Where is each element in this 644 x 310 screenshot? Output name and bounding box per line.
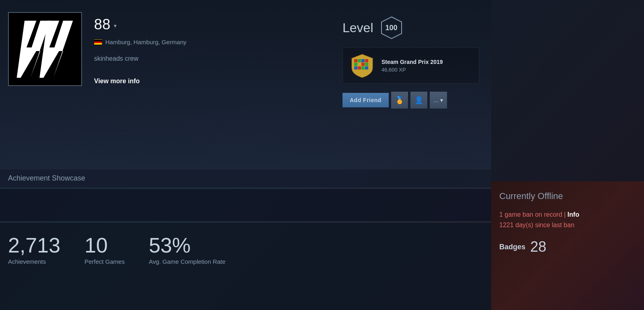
badge-info: Steam Grand Prix 2019 46,600 XP [381,59,443,73]
showcase-content-area [0,189,491,221]
profile-button[interactable]: 👤 [410,92,427,109]
badges-count: 28 [530,238,546,255]
svg-rect-14 [361,66,365,70]
view-more-link[interactable]: View more info [94,78,140,85]
person-icon: 👤 [414,96,423,105]
perfect-games-stat: 10 Perfect Games [84,235,125,265]
completion-rate-value: 53% [149,235,226,256]
ribbon-icon: 🏅 [395,96,404,105]
achievements-value: 2,713 [8,235,60,256]
level-row: Level 100 [343,16,479,39]
username-row: 88 ▾ [94,16,343,33]
flag-icon [94,39,102,45]
badge-name: Steam Grand Prix 2019 [381,59,443,65]
status-text: skinheads crew [94,55,343,62]
level-badge: 100 [380,16,403,39]
achievements-stat: 2,713 Achievements [8,235,60,265]
ribbon-button[interactable]: 🏅 [391,92,408,109]
achievements-label: Achievements [8,258,60,265]
completion-rate-label: Avg. Game Completion Rate [149,258,226,265]
offline-status-text: Currently Offline [499,191,636,201]
sidebar-bottom: Currently Offline 1 game ban on record |… [491,181,644,310]
add-friend-button[interactable]: Add Friend [343,93,389,107]
level-number: 100 [385,24,397,32]
location-text: Hamburg, Hamburg, Germany [105,39,187,45]
profile-top-section: 88 ▾ Hamburg, Hamburg, Germany skinheads… [0,0,491,169]
featured-badge-card: Steam Grand Prix 2019 46,600 XP [343,47,479,84]
completion-rate-stat: 53% Avg. Game Completion Rate [149,235,226,265]
svg-rect-11 [365,63,368,66]
badge-xp: 46,600 XP [381,67,443,73]
badges-row: Badges 28 [499,238,636,255]
username-dropdown-icon[interactable]: ▾ [114,23,117,29]
username: 88 [94,16,111,33]
location-row: Hamburg, Hamburg, Germany [94,39,343,45]
main-column: 88 ▾ Hamburg, Hamburg, Germany skinheads… [0,0,491,310]
level-label: Level [343,21,373,35]
more-dots-label: ... [434,97,439,103]
perfect-games-label: Perfect Games [84,258,125,265]
action-buttons-row: Add Friend 🏅 👤 ... ▾ [343,92,479,109]
more-options-button[interactable]: ... ▾ [430,92,447,109]
svg-rect-6 [361,59,365,62]
profile-right-section: Level 100 [343,12,479,109]
svg-rect-10 [361,63,365,66]
achievement-showcase-label: Achievement Showcase [8,174,85,182]
profile-wrapper: 88 ▾ Hamburg, Hamburg, Germany skinheads… [0,0,644,310]
days-since-ban-text: 1221 day(s) since last ban [499,222,636,229]
svg-rect-7 [365,59,368,62]
ban-text: 1 game ban on record [499,211,562,218]
svg-rect-9 [358,63,361,66]
achievement-showcase-header: Achievement Showcase [0,169,491,187]
profile-info: 88 ▾ Hamburg, Hamburg, Germany skinheads… [82,12,343,85]
chevron-down-icon: ▾ [440,97,443,103]
badges-label: Badges [499,243,525,251]
svg-rect-4 [354,59,357,62]
ban-row: 1 game ban on record | Info [499,211,636,218]
svg-rect-12 [354,66,357,70]
sidebar-top [491,0,644,181]
svg-rect-13 [358,66,361,70]
ban-info-link[interactable]: Info [568,211,579,218]
stats-area: 2,713 Achievements 10 Perfect Games 53% … [0,223,491,310]
badge-icon [349,53,375,78]
avatar [8,12,82,86]
right-sidebar: Currently Offline 1 game ban on record |… [491,0,644,310]
ban-separator: | [564,211,568,218]
svg-rect-5 [358,59,361,62]
svg-rect-8 [354,63,357,66]
svg-rect-15 [365,66,368,70]
perfect-games-value: 10 [84,235,125,256]
